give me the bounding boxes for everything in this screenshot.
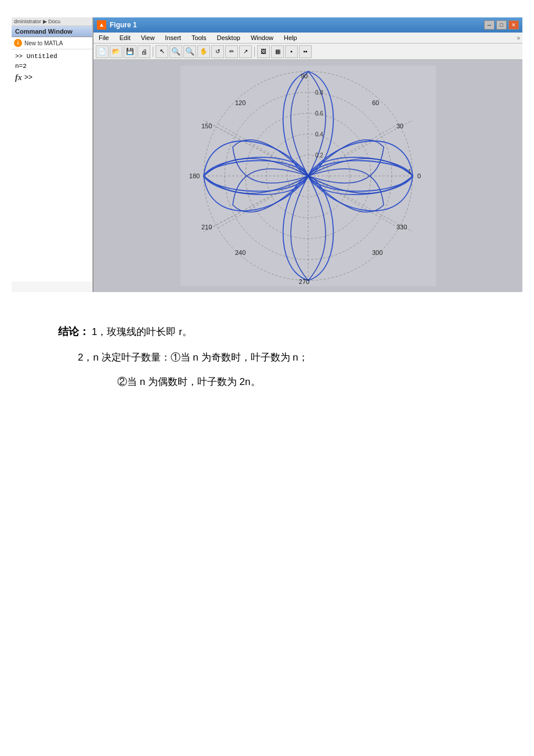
toolbar-open[interactable]: 📂 bbox=[110, 45, 122, 58]
label-30: 30 bbox=[396, 123, 403, 129]
menu-insert[interactable]: Insert bbox=[162, 34, 184, 42]
label-330: 330 bbox=[396, 224, 407, 231]
label-90: 90 bbox=[300, 73, 307, 80]
menu-view[interactable]: View bbox=[138, 34, 158, 42]
toolbar-multi[interactable]: ▪▪ bbox=[299, 45, 312, 58]
close-button[interactable]: ✕ bbox=[508, 20, 519, 30]
prompt-symbol: >> bbox=[24, 74, 33, 82]
command-window-title: Command Window bbox=[12, 26, 92, 37]
toolbar-tile[interactable]: ▦ bbox=[271, 45, 284, 58]
figure-title-left: ▲ Figure 1 bbox=[97, 20, 140, 30]
figure-plot-area: 0.2 0.4 0.6 0.8 1 90 0 270 180 30 330 15… bbox=[93, 60, 522, 292]
toolbar-zoom-in[interactable]: 🔍 bbox=[169, 45, 182, 58]
figure-titlebar: ▲ Figure 1 ─ □ ✕ bbox=[93, 17, 522, 33]
toolbar-single[interactable]: ▪ bbox=[285, 45, 298, 58]
prompt-line-2: n=2 bbox=[15, 62, 89, 71]
toolbar-cursor[interactable]: ↖ bbox=[156, 45, 168, 58]
radial-08: 0.8 bbox=[315, 89, 323, 96]
command-window-panel: dministrator ▶ Docu Command Window i New… bbox=[12, 17, 93, 292]
fx-prompt: fx >> bbox=[15, 73, 89, 82]
label-120: 120 bbox=[235, 99, 246, 106]
app-area: dministrator ▶ Docu Command Window i New… bbox=[12, 17, 522, 292]
menu-tools[interactable]: Tools bbox=[189, 34, 210, 42]
toolbar-rotate[interactable]: ↺ bbox=[211, 45, 224, 58]
figure-title: Figure 1 bbox=[110, 21, 137, 29]
breadcrumb: dministrator ▶ Docu bbox=[12, 17, 92, 26]
label-300: 300 bbox=[372, 249, 383, 256]
label-180: 180 bbox=[189, 172, 199, 179]
conclusion-line-3: ②当 n 为偶数时，叶子数为 2n。 bbox=[58, 372, 476, 392]
new-to-matlab-icon: i bbox=[14, 39, 22, 47]
prompt-line-1: >> Untitled bbox=[15, 52, 89, 62]
menu-edit[interactable]: Edit bbox=[117, 34, 134, 42]
radial-06: 0.6 bbox=[315, 110, 323, 117]
toolbar-link[interactable]: ↗ bbox=[239, 45, 252, 58]
label-270: 270 bbox=[298, 278, 309, 285]
radial-02: 0.2 bbox=[315, 152, 323, 159]
text-content-area: 结论 1，玫瑰线的叶长即 r。 2，n 决定叶子数量：①当 n 为奇数时，叶子数… bbox=[12, 321, 522, 392]
new-to-matlab-label: New to MATLA bbox=[24, 40, 63, 46]
figure-menubar: File Edit View Insert Tools Desktop Wind… bbox=[93, 33, 522, 44]
command-window-body[interactable]: >> Untitled n=2 fx >> bbox=[12, 49, 92, 282]
window-controls: ─ □ ✕ bbox=[484, 20, 519, 30]
page-container: dministrator ▶ Docu Command Window i New… bbox=[0, 0, 534, 756]
menu-desktop[interactable]: Desktop bbox=[214, 34, 243, 42]
conclusion-text-1: 1，玫瑰线的叶长即 r。 bbox=[92, 322, 192, 342]
menu-overflow-arrow: » bbox=[517, 35, 520, 41]
menu-window[interactable]: Window bbox=[248, 34, 276, 42]
label-0: 0 bbox=[417, 172, 421, 179]
toolbar-sep1 bbox=[153, 46, 153, 57]
label-210: 210 bbox=[201, 224, 212, 231]
maximize-button[interactable]: □ bbox=[496, 20, 507, 30]
conclusion-line-1: 结论 1，玫瑰线的叶长即 r。 bbox=[58, 321, 476, 342]
fx-icon: fx bbox=[15, 73, 22, 82]
menu-file[interactable]: File bbox=[96, 34, 112, 42]
toolbar-sep2 bbox=[254, 46, 255, 57]
conclusion-line-2: 2，n 决定叶子数量：①当 n 为奇数时，叶子数为 n； bbox=[58, 348, 476, 368]
label-150: 150 bbox=[201, 123, 212, 129]
toolbar-new[interactable]: 📄 bbox=[96, 45, 109, 58]
toolbar-brush[interactable]: ✏ bbox=[225, 45, 238, 58]
toolbar-pan[interactable]: ✋ bbox=[197, 45, 210, 58]
figure-app-icon: ▲ bbox=[97, 20, 106, 30]
label-240: 240 bbox=[235, 249, 246, 256]
minimize-button[interactable]: ─ bbox=[484, 20, 495, 30]
figure-window: ▲ Figure 1 ─ □ ✕ File Edit View Insert T… bbox=[93, 17, 522, 292]
new-to-matlab-bar[interactable]: i New to MATLA bbox=[12, 37, 92, 49]
radial-04: 0.4 bbox=[315, 131, 323, 138]
toolbar-save[interactable]: 💾 bbox=[124, 45, 136, 58]
label-60: 60 bbox=[372, 99, 379, 106]
svg-point-18 bbox=[306, 174, 310, 178]
polar-svg: 0.2 0.4 0.6 0.8 1 90 0 270 180 30 330 15… bbox=[181, 66, 436, 286]
conclusion-label: 结论 bbox=[58, 321, 89, 342]
toolbar-insert-colorbar[interactable]: 🖼 bbox=[257, 45, 270, 58]
menu-help[interactable]: Help bbox=[281, 34, 300, 42]
figure-toolbar: 📄 📂 💾 🖨 ↖ 🔍 🔍 ✋ ↺ ✏ ↗ 🖼 ▦ ▪ ▪▪ bbox=[93, 44, 522, 60]
radial-1: 1 bbox=[408, 168, 412, 175]
polar-plot: 0.2 0.4 0.6 0.8 1 90 0 270 180 30 330 15… bbox=[181, 66, 436, 286]
toolbar-print[interactable]: 🖨 bbox=[138, 45, 150, 58]
toolbar-zoom-out[interactable]: 🔍 bbox=[183, 45, 196, 58]
